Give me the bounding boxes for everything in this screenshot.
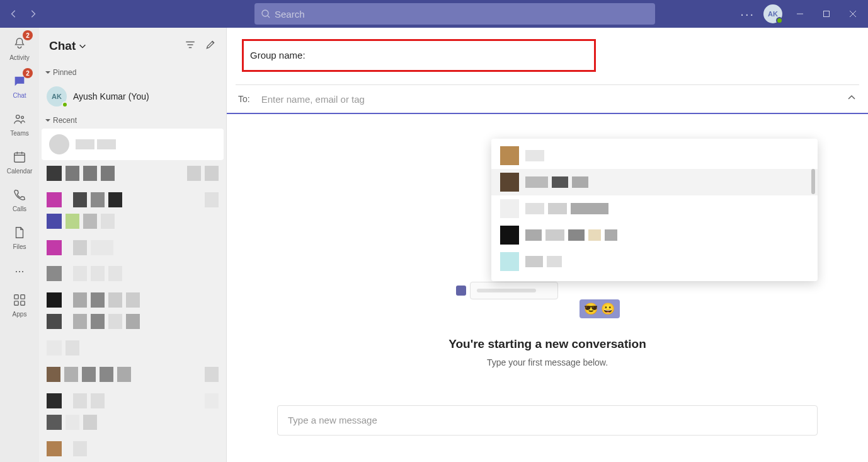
svg-point-2	[16, 115, 20, 118]
titlebar: ··· AK	[0, 0, 868, 28]
avatar	[49, 134, 69, 154]
apps-icon	[13, 293, 26, 309]
collapse-button[interactable]	[847, 93, 857, 105]
new-chat-button[interactable]	[205, 39, 216, 53]
avatar: AK	[47, 86, 67, 107]
list-item[interactable]	[39, 335, 226, 361]
scrollbar[interactable]	[811, 169, 815, 194]
suggestion-item[interactable]	[491, 142, 818, 169]
list-item[interactable]	[39, 208, 226, 234]
suggestion-item[interactable]	[491, 169, 818, 195]
conversation-panel: Group name: To:	[227, 28, 868, 462]
search-icon	[261, 9, 271, 19]
chat-list-panel: Chat Pinned AK Ayush Kumar (You) Recent	[39, 28, 227, 462]
recent-section[interactable]: Recent	[39, 112, 226, 129]
group-name-label: Group name:	[250, 50, 306, 61]
search-input[interactable]	[275, 9, 649, 20]
avatar-placeholder-icon	[456, 286, 466, 296]
people-suggestions-dropdown	[491, 139, 818, 281]
user-avatar[interactable]: AK	[763, 4, 782, 23]
calendar-icon	[13, 150, 26, 166]
svg-rect-4	[14, 153, 25, 162]
presence-available-icon	[62, 101, 68, 108]
chat-list-title[interactable]: Chat	[49, 39, 87, 53]
chat-item-new[interactable]	[42, 129, 224, 160]
svg-rect-1	[824, 11, 830, 17]
list-item[interactable]	[39, 361, 226, 388]
app-rail: 2 Activity 2 Chat Teams Calendar Calls F…	[0, 28, 39, 462]
rail-chat[interactable]: 2 Chat	[0, 71, 39, 102]
chevron-down-icon	[78, 42, 87, 50]
nav-back-button[interactable]	[6, 6, 21, 21]
phone-icon	[13, 188, 26, 204]
list-item[interactable]	[39, 160, 226, 187]
svg-rect-5	[14, 294, 18, 298]
suggestion-item[interactable]	[491, 222, 818, 248]
rail-apps[interactable]: Apps	[0, 289, 39, 321]
svg-point-3	[21, 116, 24, 118]
chat-item-self[interactable]: AK Ayush Kumar (You)	[39, 81, 226, 112]
list-item[interactable]	[39, 234, 226, 261]
list-item[interactable]	[39, 308, 226, 335]
rail-calendar[interactable]: Calendar	[0, 146, 39, 178]
rail-calls[interactable]: Calls	[0, 184, 39, 216]
activity-badge: 2	[23, 30, 33, 40]
close-button[interactable]	[844, 5, 862, 23]
compose-input[interactable]	[288, 415, 807, 425]
teams-icon	[13, 112, 26, 129]
pinned-section[interactable]: Pinned	[39, 64, 226, 81]
svg-rect-7	[14, 301, 18, 304]
search-bar[interactable]	[254, 3, 655, 25]
list-item[interactable]	[39, 261, 226, 287]
caret-down-icon	[45, 118, 50, 123]
svg-rect-8	[21, 301, 25, 304]
group-name-field-highlight: Group name:	[242, 39, 596, 72]
rail-activity[interactable]: 2 Activity	[0, 33, 39, 64]
emoji-reactions: 😎 😀	[580, 299, 620, 318]
svg-rect-6	[21, 294, 25, 298]
to-field-row: To:	[227, 85, 868, 114]
to-input[interactable]	[261, 94, 847, 105]
start-conversation-subtitle: Type your first message below.	[227, 357, 868, 367]
chat-badge: 2	[23, 68, 33, 78]
more-options-button[interactable]: ···	[740, 7, 755, 21]
minimize-button[interactable]	[791, 5, 809, 23]
list-item[interactable]	[39, 409, 226, 436]
maximize-button[interactable]	[818, 5, 835, 23]
to-label: To:	[238, 94, 250, 104]
chat-name: Ayush Kumar (You)	[73, 91, 219, 101]
suggestion-item[interactable]	[491, 248, 818, 275]
compose-box[interactable]	[277, 405, 818, 436]
rail-more-button[interactable]: ···	[14, 265, 24, 278]
file-icon	[13, 226, 26, 242]
svg-point-0	[262, 10, 268, 16]
nav-forward-button[interactable]	[25, 6, 40, 21]
rail-files[interactable]: Files	[0, 222, 39, 253]
presence-available-icon	[776, 17, 783, 24]
rail-teams[interactable]: Teams	[0, 108, 39, 140]
caret-down-icon	[45, 70, 50, 75]
list-item[interactable]	[39, 436, 226, 462]
suggestion-item[interactable]	[491, 195, 818, 222]
start-conversation-title: You're starting a new conversation	[227, 337, 868, 351]
filter-button[interactable]	[185, 39, 196, 53]
